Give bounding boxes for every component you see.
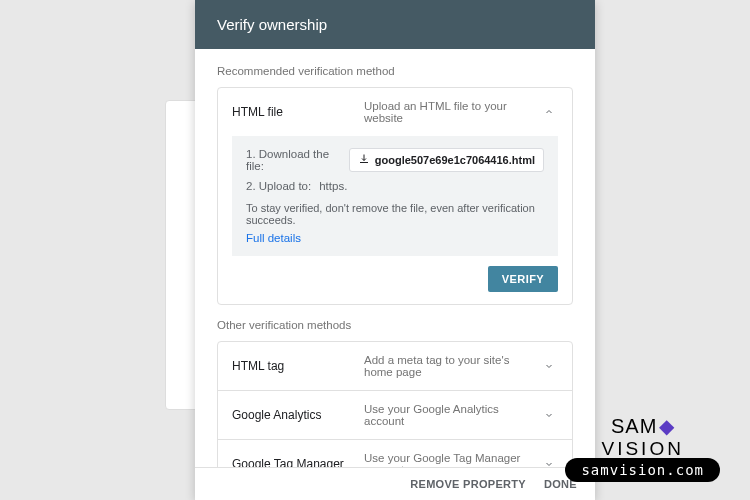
html-file-method-header[interactable]: HTML file Upload an HTML file to your we… bbox=[218, 88, 572, 136]
chevron-down-icon bbox=[540, 357, 558, 375]
method-description: Use your Google Tag Manager account bbox=[364, 452, 540, 467]
chevron-up-icon bbox=[540, 103, 558, 121]
dialog-footer: REMOVE PROPERTY DONE bbox=[195, 467, 595, 500]
method-name: Google Tag Manager bbox=[232, 457, 364, 467]
html-file-method-card: HTML file Upload an HTML file to your we… bbox=[217, 87, 573, 305]
verify-row: VERIFY bbox=[218, 266, 572, 304]
html-file-method-body: 1. Download the file: google507e69e1c706… bbox=[232, 136, 558, 256]
download-file-button[interactable]: google507e69e1c7064416.html bbox=[349, 148, 544, 172]
watermark-sam: SAM bbox=[611, 415, 657, 438]
chevron-down-icon bbox=[540, 406, 558, 424]
method-name: Google Analytics bbox=[232, 408, 364, 422]
method-description: Upload an HTML file to your website bbox=[364, 100, 540, 124]
step-2-row: 2. Upload to: https. bbox=[246, 180, 544, 192]
other-methods-card: HTML tag Add a meta tag to your site's h… bbox=[217, 341, 573, 467]
watermark-url: samvision.com bbox=[565, 458, 720, 482]
step-1-label: 1. Download the file: bbox=[246, 148, 341, 172]
keep-file-note: To stay verified, don't remove the file,… bbox=[246, 202, 544, 226]
html-tag-method-row[interactable]: HTML tag Add a meta tag to your site's h… bbox=[218, 342, 572, 390]
download-icon bbox=[358, 153, 370, 167]
dialog-body: Recommended verification method HTML fil… bbox=[195, 49, 595, 467]
method-description: Add a meta tag to your site's home page bbox=[364, 354, 540, 378]
method-description: Use your Google Analytics account bbox=[364, 403, 540, 427]
download-filename: google507e69e1c7064416.html bbox=[375, 154, 535, 166]
step-2-label: 2. Upload to: bbox=[246, 180, 311, 192]
step-1-row: 1. Download the file: google507e69e1c706… bbox=[246, 148, 544, 172]
verify-button[interactable]: VERIFY bbox=[488, 266, 558, 292]
recommended-section-label: Recommended verification method bbox=[217, 65, 573, 77]
step-2-value: https. bbox=[319, 180, 347, 192]
full-details-link[interactable]: Full details bbox=[246, 232, 301, 244]
google-tag-manager-method-row[interactable]: Google Tag Manager Use your Google Tag M… bbox=[218, 439, 572, 467]
watermark-vision: VISION bbox=[565, 438, 720, 460]
method-name: HTML tag bbox=[232, 359, 364, 373]
google-analytics-method-row[interactable]: Google Analytics Use your Google Analyti… bbox=[218, 390, 572, 439]
remove-property-button[interactable]: REMOVE PROPERTY bbox=[410, 478, 526, 490]
verify-ownership-dialog: Verify ownership Recommended verificatio… bbox=[195, 0, 595, 500]
watermark: SAM ◆ VISION samvision.com bbox=[565, 414, 720, 482]
chevron-down-icon bbox=[540, 455, 558, 467]
other-methods-section-label: Other verification methods bbox=[217, 319, 573, 331]
dialog-title: Verify ownership bbox=[195, 0, 595, 49]
method-name: HTML file bbox=[232, 105, 364, 119]
diamond-icon: ◆ bbox=[659, 414, 674, 438]
